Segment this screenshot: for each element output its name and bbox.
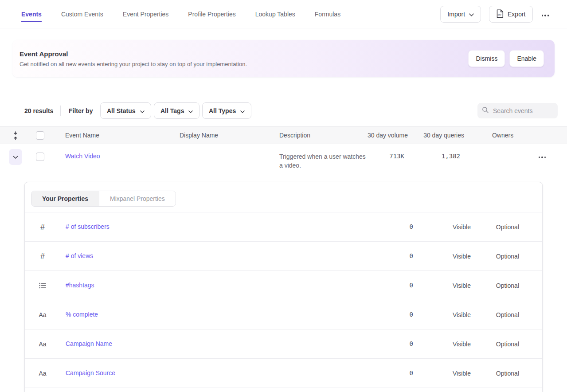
- status-filter-dropdown[interactable]: All Status: [100, 102, 151, 119]
- tab-profile-properties[interactable]: Profile Properties: [188, 0, 235, 28]
- property-name-link[interactable]: Campaign Source: [66, 369, 115, 376]
- property-visibility: Visible: [453, 341, 471, 348]
- property-row: # # of views 0 Visible Optional: [25, 242, 542, 271]
- collapse-rows-icon[interactable]: [12, 131, 19, 142]
- collapse-row-button[interactable]: [9, 149, 22, 165]
- tab-events-label: Events: [21, 11, 42, 18]
- row-more-menu-button[interactable]: [537, 151, 548, 161]
- properties-tab-control: Your Properties Mixpanel Properties: [31, 191, 176, 207]
- export-button[interactable]: csv Export: [489, 6, 532, 23]
- property-visibility: Visible: [453, 311, 471, 318]
- status-filter-label: All Status: [107, 107, 136, 114]
- event-name-link[interactable]: Watch Video: [65, 153, 100, 160]
- property-requirement: Optional: [496, 282, 519, 289]
- import-button-label: Import: [447, 11, 465, 18]
- tab-formulas-label: Formulas: [315, 11, 340, 18]
- tags-filter-label: All Tags: [160, 107, 184, 114]
- types-filter-dropdown[interactable]: All Types: [202, 102, 251, 119]
- property-visibility: Visible: [453, 223, 471, 231]
- event-30-day-volume: 713K: [389, 153, 404, 160]
- column-description: Description: [279, 132, 310, 139]
- chevron-down-icon: [240, 107, 245, 114]
- top-nav: Events Custom Events Event Properties Pr…: [0, 0, 567, 28]
- nav-actions: Import csv Export: [440, 6, 550, 23]
- tab-formulas[interactable]: Formulas: [315, 0, 340, 28]
- property-count: 0: [410, 369, 413, 376]
- property-row: Aa Campaign Source 0 Visible Optional: [25, 359, 542, 388]
- column-30-day-queries: 30 day queries: [423, 132, 464, 139]
- tags-filter-dropdown[interactable]: All Tags: [154, 102, 199, 119]
- property-count: 0: [410, 223, 413, 230]
- types-filter-label: All Types: [209, 107, 236, 114]
- export-button-label: Export: [508, 11, 525, 18]
- chevron-down-icon: [469, 11, 474, 18]
- property-requirement: Optional: [496, 311, 519, 318]
- select-all-checkbox[interactable]: [36, 131, 44, 140]
- events-table-header: Event Name Display Name Description 30 d…: [0, 126, 567, 144]
- column-display-name: Display Name: [180, 132, 218, 139]
- more-menu-button[interactable]: [541, 9, 550, 20]
- tab-mixpanel-properties[interactable]: Mixpanel Properties: [99, 191, 176, 206]
- text-type-icon: Aa: [36, 359, 49, 388]
- lexicon-events-page: Events Custom Events Event Properties Pr…: [0, 0, 567, 392]
- row-checkbox[interactable]: [36, 153, 44, 161]
- property-visibility: Visible: [453, 253, 471, 260]
- tab-custom-events[interactable]: Custom Events: [61, 0, 103, 28]
- filter-by-label: Filter by: [69, 107, 93, 114]
- ellipsis-icon: [539, 157, 546, 158]
- tab-lookup-tables[interactable]: Lookup Tables: [255, 0, 295, 28]
- property-visibility: Visible: [453, 370, 471, 377]
- property-count: 0: [410, 311, 413, 318]
- property-name-link[interactable]: # of subscribers: [66, 223, 109, 230]
- property-count: 0: [410, 282, 413, 289]
- svg-text:csv: csv: [498, 13, 501, 16]
- property-count: 0: [410, 252, 413, 259]
- enable-button[interactable]: Enable: [509, 50, 544, 67]
- vertical-divider: [60, 106, 61, 116]
- property-name-link[interactable]: Campaign Name: [66, 340, 112, 347]
- properties-panel: Your Properties Mixpanel Properties # # …: [24, 182, 543, 392]
- search-input[interactable]: [493, 107, 551, 114]
- tab-your-properties[interactable]: Your Properties: [31, 191, 99, 206]
- property-row: Aa % complete 0 Visible Optional: [25, 300, 542, 329]
- tab-event-properties-label: Event Properties: [123, 11, 169, 18]
- tab-events[interactable]: Events: [21, 0, 42, 28]
- property-row: #hashtags 0 Visible Optional: [25, 271, 542, 300]
- tab-custom-events-label: Custom Events: [61, 11, 103, 18]
- ellipsis-icon: [542, 15, 549, 16]
- property-name-link[interactable]: #hashtags: [66, 282, 94, 289]
- event-approval-banner: Event Approval Get notified on all new e…: [12, 40, 555, 77]
- filter-row: 20 results Filter by All Status All Tags…: [0, 102, 567, 119]
- nav-tabs: Events Custom Events Event Properties Pr…: [0, 0, 340, 28]
- event-description: Triggered when a user watches a video.: [279, 152, 368, 170]
- property-requirement: Optional: [496, 253, 519, 260]
- list-type-icon: [36, 271, 49, 300]
- tab-event-properties[interactable]: Event Properties: [123, 0, 169, 28]
- property-visibility: Visible: [453, 282, 471, 289]
- property-name-link[interactable]: % complete: [66, 311, 98, 318]
- property-rows: # # of subscribers 0 Visible Optional # …: [25, 212, 542, 388]
- text-type-icon: Aa: [36, 329, 49, 359]
- number-type-icon: #: [36, 212, 49, 242]
- column-owners: Owners: [492, 132, 513, 139]
- dismiss-button[interactable]: Dismiss: [468, 50, 505, 67]
- event-row-watch-video: Watch Video Triggered when a user watche…: [0, 145, 567, 176]
- property-requirement: Optional: [496, 370, 519, 377]
- results-count: 20 results: [24, 107, 53, 114]
- banner-description: Get notified on all new events entering …: [20, 61, 247, 67]
- import-button[interactable]: Import: [440, 6, 481, 23]
- property-row: Aa Campaign Name 0 Visible Optional: [25, 329, 542, 359]
- active-tab-underline: [21, 21, 42, 22]
- column-event-name: Event Name: [65, 132, 99, 139]
- chevron-down-icon: [140, 107, 145, 114]
- search-icon: [482, 106, 489, 115]
- property-name-link[interactable]: # of views: [66, 252, 93, 259]
- banner-text: Event Approval Get notified on all new e…: [12, 50, 247, 67]
- banner-title: Event Approval: [20, 50, 247, 58]
- event-30-day-queries: 1,382: [442, 153, 460, 160]
- chevron-down-icon: [188, 107, 193, 114]
- search-box: [477, 103, 558, 118]
- csv-file-icon: csv: [496, 9, 504, 20]
- property-requirement: Optional: [496, 223, 519, 231]
- property-count: 0: [410, 340, 413, 347]
